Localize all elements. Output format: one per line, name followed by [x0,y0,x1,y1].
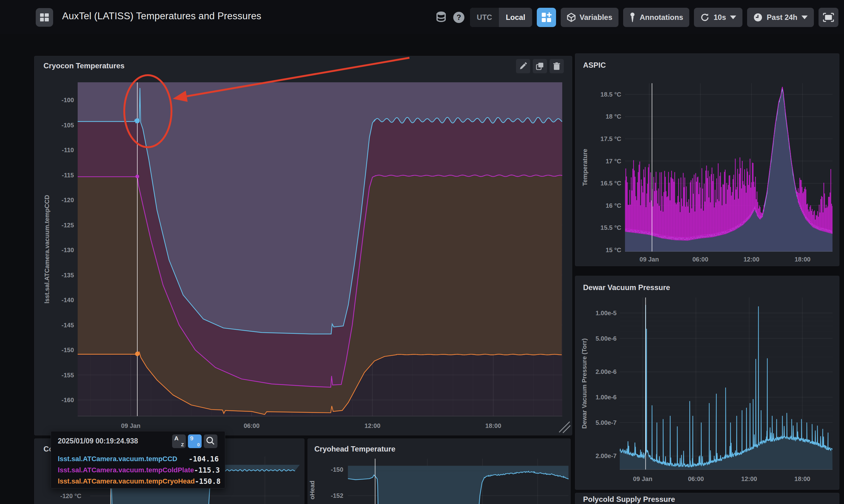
svg-text:17 °C: 17 °C [606,158,621,165]
tz-utc-option[interactable]: UTC [470,8,499,27]
clock-icon [753,13,762,22]
series-name: lsst.sal.ATCamera.vacuum.tempCryoHead [58,477,195,485]
annotations-button[interactable]: Annotations [623,8,689,27]
page-title: AuxTel (LATISS) Temperatures and Pressur… [62,11,261,22]
svg-text:09 Jan: 09 Jan [633,475,652,482]
pencil-icon [519,62,527,70]
panel-toolbar [516,59,564,73]
annotations-label: Annotations [640,13,683,22]
svg-text:18.5 °C: 18.5 °C [600,91,621,98]
duplicate-panel-button[interactable] [533,59,547,73]
help-icon[interactable]: ? [452,11,465,24]
svg-text:09 Jan: 09 Jan [121,422,140,429]
chevron-down-icon [730,16,736,19]
svg-text:-130: -130 [61,247,74,253]
series-name: lsst.sal.ATCamera.vacuum.tempCCD [58,455,177,463]
svg-text:Temperature: Temperature [581,149,588,186]
svg-text:06:00: 06:00 [244,422,259,429]
svg-text:15 °C: 15 °C [606,247,621,253]
cube-icon [567,13,576,22]
sort-numeric-button[interactable]: 9 0 [188,434,202,448]
search-icon [204,434,217,448]
time-range-button[interactable]: Past 24h [747,8,814,27]
svg-text:-155: -155 [61,372,74,379]
svg-text:Dewar Vacuum Pressure (Torr): Dewar Vacuum Pressure (Torr) [581,339,588,429]
dashboard-apps-icon[interactable] [36,8,53,27]
svg-text:2.00e-6: 2.00e-6 [595,368,617,375]
svg-text:-145: -145 [61,322,74,328]
add-panel-icon [541,12,552,23]
svg-text:5.00e-6: 5.00e-6 [595,335,617,342]
tooltip-series-row: lsst.sal.ATCamera.vacuum.tempCCD -104.16 [58,454,219,464]
sort-alphabetical-button[interactable]: A Z [172,434,186,448]
svg-text:5.00e-7: 5.00e-7 [595,419,617,426]
svg-text:-135: -135 [61,272,74,278]
svg-text:lsst.sal.ATCamera.vacuum.tempC: lsst.sal.ATCamera.vacuum.tempCCD [43,195,50,304]
cryohead-temperature-chart[interactable]: -150-152oHead [307,438,570,504]
svg-text:oHead: oHead [309,481,316,499]
series-value: -104.16 [188,455,219,463]
svg-text:1.00e-6: 1.00e-6 [595,394,617,401]
svg-text:12:00: 12:00 [364,422,380,429]
svg-text:-105: -105 [61,122,74,129]
edit-panel-button[interactable] [516,59,530,73]
dewar-vacuum-pressure-chart[interactable]: 1.00e-55.00e-62.00e-61.00e-65.00e-72.00e… [575,276,839,489]
chevron-down-icon [802,16,808,19]
tooltip-search-button[interactable] [204,434,217,448]
tooltip-timestamp: 2025/01/09 00:19:24.938 [58,437,138,445]
svg-text:12:00: 12:00 [743,256,759,263]
svg-text:-160: -160 [61,397,74,403]
svg-text:18:00: 18:00 [485,422,501,429]
svg-text:-120 °C: -120 °C [60,492,82,499]
svg-text:-150: -150 [331,466,343,473]
refresh-icon [700,13,710,22]
svg-text:1.00e-5: 1.00e-5 [595,310,617,317]
svg-text:06:00: 06:00 [693,256,708,263]
tooltip-series-row: lsst.sal.ATCamera.vacuum.tempCryoHead -1… [58,476,219,487]
svg-text:16.5 °C: 16.5 °C [600,180,621,187]
svg-text:?: ? [456,13,461,21]
timezone-toggle[interactable]: UTC Local [470,8,532,27]
chart-tooltip: 2025/01/09 00:19:24.938 A Z 9 0 lsst.sal… [51,431,225,488]
svg-text:17.5 °C: 17.5 °C [600,136,621,142]
copy-icon [536,62,544,70]
svg-text:12:00: 12:00 [741,475,757,482]
svg-text:18 °C: 18 °C [606,113,621,120]
svg-text:18:00: 18:00 [795,256,810,263]
svg-text:-110: -110 [62,147,74,154]
svg-text:-140: -140 [61,296,74,303]
add-panel-button[interactable] [537,8,556,27]
svg-text:15.5 °C: 15.5 °C [600,224,621,231]
svg-text:18:00: 18:00 [794,475,810,482]
aspic-chart[interactable]: 15 °C15.5 °C16 °C16.5 °C17 °C17.5 °C18 °… [575,53,839,266]
panel-title-polycold[interactable]: Polycold Supply Pressure [583,495,675,504]
refresh-interval-label: 10s [714,13,726,22]
svg-text:2.00e-7: 2.00e-7 [595,452,617,459]
time-range-label: Past 24h [767,13,797,22]
delete-panel-button[interactable] [550,59,564,73]
tooltip-series-row: lsst.sal.ATCamera.vacuum.tempColdPlate -… [58,465,219,475]
svg-text:16 °C: 16 °C [606,202,621,209]
svg-text:-150: -150 [61,346,74,354]
series-value: -150.8 [195,477,220,485]
datasource-icon[interactable] [435,11,448,24]
tz-local-option[interactable]: Local [499,8,532,27]
svg-text:-125: -125 [61,222,74,229]
trash-icon [553,62,561,70]
refresh-button[interactable]: 10s [694,8,742,27]
grid-icon [40,13,49,22]
series-value: -115.3 [194,466,220,474]
svg-text:-152: -152 [331,492,343,499]
kiosk-monitor-icon [823,13,834,22]
cryocon-temperatures-chart[interactable]: -100-105-110-115-120-125-130-135-140-145… [34,56,572,435]
variables-button[interactable]: Variables [561,8,618,27]
svg-text:-100: -100 [61,96,74,103]
kiosk-mode-button[interactable] [819,8,839,27]
annotation-pin-icon [629,13,635,22]
variables-label: Variables [580,13,612,22]
svg-text:06:00: 06:00 [688,475,704,482]
svg-text:-115: -115 [62,172,74,179]
svg-text:09 Jan: 09 Jan [640,256,659,263]
svg-text:-120: -120 [61,197,74,203]
app-header: AuxTel (LATISS) Temperatures and Pressur… [0,0,844,34]
